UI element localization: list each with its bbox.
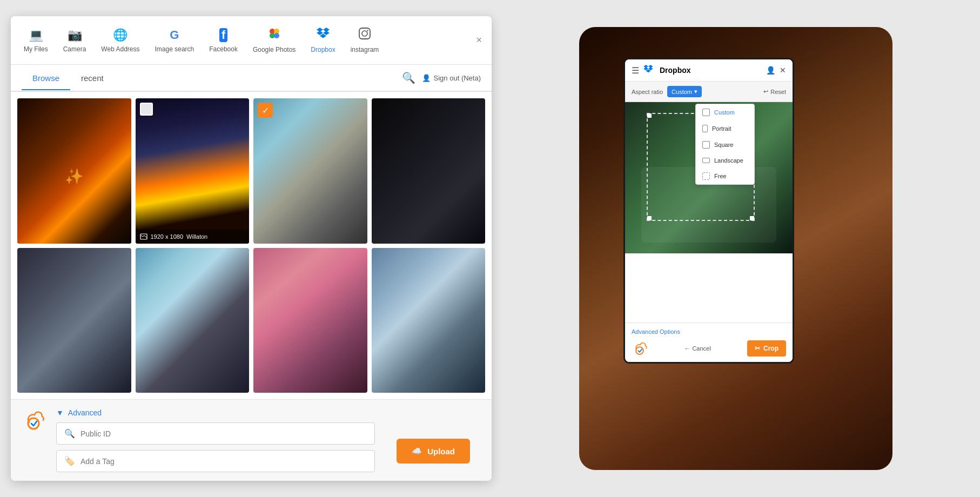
aspect-option-square[interactable]: Square: [696, 137, 754, 153]
sign-out-button[interactable]: 👤 Sign out (Neta): [422, 74, 481, 82]
phone-section: ☰ Dropbox 👤 ✕ Aspe: [502, 27, 969, 470]
dropbox-icon: [317, 28, 330, 43]
landscape-icon: [702, 158, 710, 163]
phone-header: ☰ Dropbox 👤 ✕: [625, 59, 793, 82]
hamburger-icon[interactable]: ☰: [632, 65, 639, 76]
phone-action-row: ← Cancel ✂ Crop: [632, 340, 786, 357]
advanced-options-link[interactable]: Advanced Options: [632, 328, 786, 335]
aspect-dropdown[interactable]: Custom ▾: [667, 86, 702, 97]
google-icon: G: [170, 28, 179, 42]
aspect-option-free[interactable]: Free: [696, 168, 754, 184]
aspect-option-portrait[interactable]: Portrait: [696, 120, 754, 137]
image-item-3[interactable]: ✓: [253, 98, 367, 244]
image-item-1[interactable]: ✨: [17, 98, 131, 244]
subtab-browse[interactable]: Browse: [22, 67, 70, 90]
phone-footer: Advanced Options ← Cancel ✂: [625, 323, 793, 362]
cancel-button-phone[interactable]: ← Cancel: [684, 345, 710, 352]
svg-point-13: [28, 418, 39, 429]
subheader-actions: 🔍 👤 Sign out (Neta): [402, 71, 481, 84]
image-item-2[interactable]: 1920 x 1080 Willaton: [136, 98, 250, 244]
crop-icon: ✂: [755, 345, 760, 352]
free-icon: [702, 172, 710, 180]
svg-point-10: [362, 31, 367, 36]
svg-point-3: [274, 33, 279, 38]
instagram-icon: [359, 28, 371, 43]
cloud-upload-icon: ☁️: [412, 446, 422, 456]
image-grid: ✨ 1920 x 1080 Willaton ✓: [11, 92, 492, 399]
close-phone-icon[interactable]: ✕: [780, 66, 786, 75]
tab-google-photos[interactable]: Google Photos: [245, 21, 303, 60]
crop-corner-tl[interactable]: [647, 113, 652, 118]
tag-icon: 🏷️: [64, 456, 75, 466]
phone-container: ☰ Dropbox 👤 ✕ Aspe: [579, 27, 892, 470]
custom-icon: [702, 109, 710, 116]
sub-header: Browse recent 🔍 👤 Sign out (Neta): [11, 65, 492, 92]
tab-web-address[interactable]: 🌐 Web Address: [93, 22, 147, 59]
image-item-4[interactable]: [372, 98, 486, 244]
select-checkbox-2[interactable]: [140, 103, 153, 116]
image-item-7[interactable]: [253, 248, 367, 393]
google-photos-icon: [269, 28, 280, 43]
phone-header-icons: 👤 ✕: [766, 66, 786, 75]
svg-point-19: [636, 347, 643, 354]
globe-icon: 🌐: [113, 28, 127, 42]
tab-image-search[interactable]: G Image search: [147, 22, 202, 59]
widget-footer: ▼ Advanced 🔍 🏷️ ☁️ Upload: [11, 399, 492, 481]
crop-button-phone[interactable]: ✂ Crop: [747, 340, 786, 357]
image-info-2: 1920 x 1080 Willaton: [136, 230, 250, 244]
footer-content: ▼ Advanced 🔍 🏷️ ☁️ Upload: [22, 408, 481, 472]
aspect-option-landscape[interactable]: Landscape: [696, 153, 754, 168]
upload-button[interactable]: ☁️ Upload: [397, 439, 470, 464]
advanced-section: ▼ Advanced 🔍 🏷️: [56, 408, 386, 472]
search-button[interactable]: 🔍: [402, 71, 415, 84]
subtab-recent[interactable]: recent: [70, 67, 115, 89]
person-icon[interactable]: 👤: [766, 66, 775, 75]
advanced-fields: 🔍 🏷️: [56, 422, 386, 472]
image-item-5[interactable]: [17, 248, 131, 393]
chevron-down-icon: ▼: [56, 408, 64, 417]
svg-rect-9: [359, 28, 370, 39]
dropdown-chevron: ▾: [694, 88, 697, 95]
image-item-6[interactable]: [136, 248, 250, 393]
phone-screen: ☰ Dropbox 👤 ✕ Aspe: [625, 59, 793, 362]
square-icon: [702, 141, 710, 149]
crop-corner-bl[interactable]: [647, 216, 652, 220]
cloudinary-phone-logo: [632, 340, 648, 357]
aspect-menu: Custom Portrait Square Landscape Free: [695, 104, 755, 185]
aspect-option-custom[interactable]: Custom: [696, 104, 754, 120]
cloudinary-brand: [22, 408, 45, 432]
close-button[interactable]: ×: [472, 30, 486, 50]
reset-button[interactable]: ↩ Reset: [763, 88, 786, 95]
upload-widget: 💻 My Files 📷 Camera 🌐 Web Address G Imag…: [11, 16, 492, 481]
svg-point-11: [367, 30, 368, 31]
user-icon: 👤: [422, 74, 431, 82]
public-id-field[interactable]: 🔍: [56, 422, 375, 445]
image-item-8[interactable]: [372, 248, 486, 393]
laptop-icon: 💻: [29, 28, 43, 42]
facebook-icon: f: [219, 28, 227, 42]
tag-input[interactable]: [80, 457, 367, 466]
select-checked-3[interactable]: ✓: [258, 103, 273, 118]
camera-icon: 📷: [68, 28, 82, 42]
tab-dropbox[interactable]: Dropbox: [303, 21, 343, 60]
add-tag-field[interactable]: 🏷️: [56, 450, 375, 472]
fingerprint-icon: 🔍: [64, 428, 75, 439]
portrait-icon: [702, 125, 708, 132]
aspect-toolbar: Aspect ratio Custom ▾ ↩ Reset: [625, 82, 793, 102]
tab-facebook[interactable]: f Facebook: [202, 22, 245, 59]
public-id-input[interactable]: [80, 429, 367, 438]
tab-my-files[interactable]: 💻 My Files: [16, 22, 56, 59]
tabs-header: 💻 My Files 📷 Camera 🌐 Web Address G Imag…: [11, 16, 492, 65]
back-arrow-icon: ←: [684, 345, 690, 352]
dropbox-phone-icon: [643, 65, 653, 76]
tab-camera[interactable]: 📷 Camera: [56, 22, 94, 59]
advanced-toggle[interactable]: ▼ Advanced: [56, 408, 386, 417]
tab-instagram[interactable]: instagram: [343, 21, 387, 60]
undo-icon: ↩: [763, 88, 768, 95]
cloudinary-logo: [22, 408, 45, 432]
crop-corner-br[interactable]: [750, 216, 754, 220]
